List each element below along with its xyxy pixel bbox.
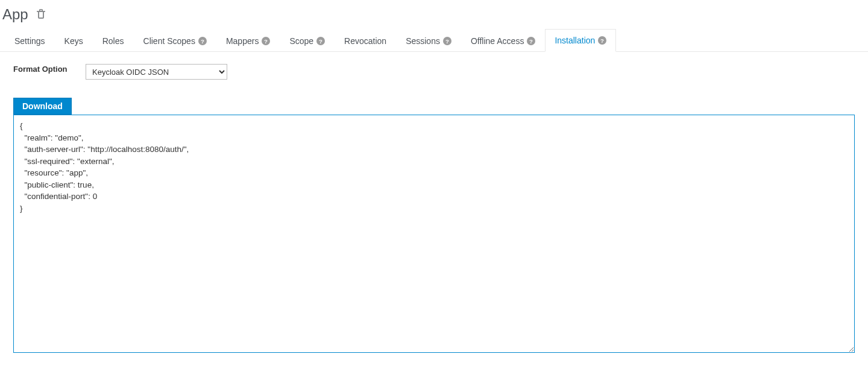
svg-text:?: ? bbox=[201, 37, 204, 44]
svg-text:?: ? bbox=[529, 37, 533, 44]
tab-label: Client Scopes bbox=[143, 36, 195, 46]
tab-label: Scope bbox=[289, 36, 313, 46]
help-icon: ? bbox=[316, 37, 325, 45]
help-icon: ? bbox=[527, 37, 535, 45]
tab-label: Revocation bbox=[344, 36, 386, 46]
svg-text:?: ? bbox=[264, 37, 268, 44]
tab-offline-access[interactable]: Offline Access? bbox=[461, 29, 545, 52]
svg-text:?: ? bbox=[445, 37, 449, 44]
tab-scope[interactable]: Scope? bbox=[280, 29, 335, 52]
tab-roles[interactable]: Roles bbox=[93, 29, 134, 52]
help-icon: ? bbox=[598, 36, 606, 45]
help-icon: ? bbox=[262, 37, 270, 45]
tab-label: Mappers bbox=[226, 36, 259, 46]
tab-label: Sessions bbox=[406, 36, 440, 46]
installation-code-textarea[interactable] bbox=[13, 115, 855, 353]
download-button[interactable]: Download bbox=[13, 98, 72, 115]
tab-mappers[interactable]: Mappers? bbox=[216, 29, 280, 52]
svg-text:?: ? bbox=[600, 37, 604, 44]
tab-label: Settings bbox=[14, 36, 45, 46]
help-icon: ? bbox=[198, 37, 207, 45]
format-option-select[interactable]: Keycloak OIDC JSON bbox=[86, 64, 227, 80]
help-icon: ? bbox=[443, 37, 451, 45]
page-title: App bbox=[2, 6, 28, 23]
tab-keys[interactable]: Keys bbox=[55, 29, 93, 52]
tab-settings[interactable]: Settings bbox=[5, 29, 55, 52]
tab-bar: SettingsKeysRolesClient Scopes?Mappers?S… bbox=[0, 29, 868, 52]
tab-label: Keys bbox=[64, 36, 83, 46]
tab-sessions[interactable]: Sessions? bbox=[396, 29, 461, 52]
tab-revocation[interactable]: Revocation bbox=[335, 29, 396, 52]
tab-label: Roles bbox=[102, 36, 124, 46]
tab-installation[interactable]: Installation? bbox=[545, 29, 616, 52]
tab-label: Offline Access bbox=[471, 36, 524, 46]
tab-client-scopes[interactable]: Client Scopes? bbox=[134, 29, 216, 52]
tab-label: Installation bbox=[555, 36, 595, 45]
svg-text:?: ? bbox=[319, 37, 322, 44]
format-option-label: Format Option bbox=[13, 64, 86, 75]
delete-icon[interactable] bbox=[37, 9, 45, 21]
